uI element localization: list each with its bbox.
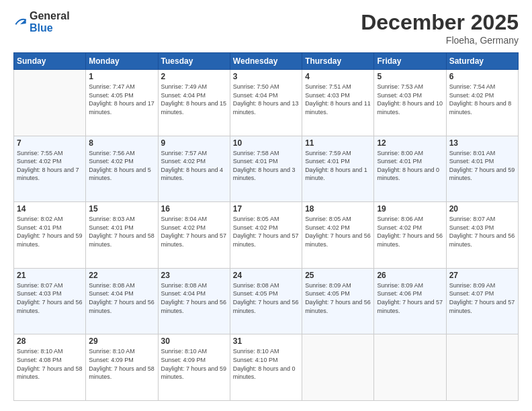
col-wednesday: Wednesday	[230, 53, 302, 70]
calendar-cell: 9Sunrise: 7:57 AMSunset: 4:02 PMDaylight…	[158, 136, 230, 202]
day-info: Sunrise: 8:00 AMSunset: 4:01 PMDaylight:…	[377, 149, 443, 183]
col-monday: Monday	[86, 53, 158, 70]
page: General Blue December 2025 Floeha, Germa…	[0, 0, 532, 411]
day-number: 7	[17, 138, 83, 148]
day-info: Sunrise: 7:58 AMSunset: 4:01 PMDaylight:…	[233, 149, 299, 183]
calendar-cell: 13Sunrise: 8:01 AMSunset: 4:01 PMDayligh…	[446, 136, 518, 202]
day-number: 3	[233, 72, 299, 81]
day-info: Sunrise: 8:07 AMSunset: 4:03 PMDaylight:…	[17, 281, 83, 315]
title-block: December 2025 Floeha, Germany	[361, 10, 519, 46]
day-info: Sunrise: 7:50 AMSunset: 4:04 PMDaylight:…	[233, 83, 299, 116]
calendar-cell: 5Sunrise: 7:53 AMSunset: 4:03 PMDaylight…	[374, 70, 446, 136]
calendar-cell: 10Sunrise: 7:58 AMSunset: 4:01 PMDayligh…	[230, 136, 302, 202]
calendar-cell: 8Sunrise: 7:56 AMSunset: 4:02 PMDaylight…	[86, 136, 158, 202]
calendar-row-5: 28Sunrise: 8:10 AMSunset: 4:08 PMDayligh…	[14, 334, 519, 401]
day-info: Sunrise: 8:04 AMSunset: 4:02 PMDaylight:…	[161, 215, 227, 248]
day-number: 23	[161, 271, 227, 280]
calendar-row-1: 1Sunrise: 7:47 AMSunset: 4:05 PMDaylight…	[14, 70, 519, 136]
calendar-table: Sunday Monday Tuesday Wednesday Thursday…	[13, 52, 519, 401]
day-number: 15	[89, 204, 154, 214]
location: Floeha, Germany	[361, 35, 519, 46]
calendar-row-2: 7Sunrise: 7:55 AMSunset: 4:02 PMDaylight…	[14, 136, 519, 202]
day-info: Sunrise: 8:08 AMSunset: 4:04 PMDaylight:…	[89, 281, 154, 315]
day-number: 6	[449, 72, 515, 81]
calendar-header-row: Sunday Monday Tuesday Wednesday Thursday…	[14, 53, 519, 70]
calendar-cell: 16Sunrise: 8:04 AMSunset: 4:02 PMDayligh…	[158, 202, 230, 269]
day-info: Sunrise: 7:54 AMSunset: 4:02 PMDaylight:…	[449, 83, 515, 116]
day-info: Sunrise: 7:59 AMSunset: 4:01 PMDaylight:…	[305, 149, 371, 183]
day-info: Sunrise: 7:55 AMSunset: 4:02 PMDaylight:…	[17, 149, 83, 183]
day-number: 2	[161, 72, 227, 81]
col-saturday: Saturday	[446, 53, 518, 70]
day-number: 21	[17, 271, 83, 280]
calendar-cell: 4Sunrise: 7:51 AMSunset: 4:03 PMDaylight…	[302, 70, 374, 136]
day-info: Sunrise: 8:10 AMSunset: 4:10 PMDaylight:…	[233, 347, 299, 381]
day-number: 22	[89, 271, 154, 280]
day-number: 4	[305, 72, 371, 81]
calendar-cell: 29Sunrise: 8:10 AMSunset: 4:09 PMDayligh…	[86, 334, 158, 401]
day-number: 20	[449, 204, 515, 214]
day-info: Sunrise: 7:47 AMSunset: 4:05 PMDaylight:…	[89, 83, 154, 116]
day-number: 25	[305, 271, 371, 280]
calendar-cell	[446, 334, 518, 401]
day-info: Sunrise: 8:02 AMSunset: 4:01 PMDaylight:…	[17, 215, 83, 248]
day-info: Sunrise: 7:53 AMSunset: 4:03 PMDaylight:…	[377, 83, 443, 116]
day-number: 10	[233, 138, 299, 148]
day-info: Sunrise: 8:10 AMSunset: 4:09 PMDaylight:…	[161, 347, 227, 381]
logo-icon	[13, 15, 27, 29]
calendar-cell	[14, 70, 86, 136]
day-info: Sunrise: 8:05 AMSunset: 4:02 PMDaylight:…	[305, 215, 371, 248]
calendar-cell: 11Sunrise: 7:59 AMSunset: 4:01 PMDayligh…	[302, 136, 374, 202]
day-number: 26	[377, 271, 443, 280]
day-number: 18	[305, 204, 371, 214]
calendar-cell: 17Sunrise: 8:05 AMSunset: 4:02 PMDayligh…	[230, 202, 302, 269]
day-info: Sunrise: 8:08 AMSunset: 4:04 PMDaylight:…	[161, 281, 227, 315]
day-number: 5	[377, 72, 443, 81]
header: General Blue December 2025 Floeha, Germa…	[13, 10, 519, 46]
day-info: Sunrise: 8:09 AMSunset: 4:06 PMDaylight:…	[377, 281, 443, 315]
day-number: 16	[161, 204, 227, 214]
calendar-cell: 26Sunrise: 8:09 AMSunset: 4:06 PMDayligh…	[374, 268, 446, 334]
calendar-cell: 15Sunrise: 8:03 AMSunset: 4:01 PMDayligh…	[86, 202, 158, 269]
calendar-cell: 19Sunrise: 8:06 AMSunset: 4:02 PMDayligh…	[374, 202, 446, 269]
calendar-cell	[302, 334, 374, 401]
calendar-row-3: 14Sunrise: 8:02 AMSunset: 4:01 PMDayligh…	[14, 202, 519, 269]
day-number: 8	[89, 138, 154, 148]
logo-blue: Blue	[30, 22, 70, 34]
day-info: Sunrise: 8:08 AMSunset: 4:05 PMDaylight:…	[233, 281, 299, 315]
calendar-cell: 30Sunrise: 8:10 AMSunset: 4:09 PMDayligh…	[158, 334, 230, 401]
calendar-cell: 12Sunrise: 8:00 AMSunset: 4:01 PMDayligh…	[374, 136, 446, 202]
calendar-cell: 22Sunrise: 8:08 AMSunset: 4:04 PMDayligh…	[86, 268, 158, 334]
logo: General Blue	[13, 10, 70, 34]
calendar-cell: 24Sunrise: 8:08 AMSunset: 4:05 PMDayligh…	[230, 268, 302, 334]
day-info: Sunrise: 8:07 AMSunset: 4:03 PMDaylight:…	[449, 215, 515, 248]
day-info: Sunrise: 8:09 AMSunset: 4:05 PMDaylight:…	[305, 281, 371, 315]
day-info: Sunrise: 7:49 AMSunset: 4:04 PMDaylight:…	[161, 83, 227, 116]
calendar-cell: 25Sunrise: 8:09 AMSunset: 4:05 PMDayligh…	[302, 268, 374, 334]
day-number: 9	[161, 138, 227, 148]
day-info: Sunrise: 8:01 AMSunset: 4:01 PMDaylight:…	[449, 149, 515, 183]
day-info: Sunrise: 8:09 AMSunset: 4:07 PMDaylight:…	[449, 281, 515, 315]
col-sunday: Sunday	[14, 53, 86, 70]
col-friday: Friday	[374, 53, 446, 70]
calendar-cell: 21Sunrise: 8:07 AMSunset: 4:03 PMDayligh…	[14, 268, 86, 334]
calendar-cell: 18Sunrise: 8:05 AMSunset: 4:02 PMDayligh…	[302, 202, 374, 269]
day-info: Sunrise: 8:10 AMSunset: 4:09 PMDaylight:…	[89, 347, 154, 381]
calendar-cell: 20Sunrise: 8:07 AMSunset: 4:03 PMDayligh…	[446, 202, 518, 269]
day-number: 14	[17, 204, 83, 214]
day-info: Sunrise: 8:05 AMSunset: 4:02 PMDaylight:…	[233, 215, 299, 248]
calendar-cell: 14Sunrise: 8:02 AMSunset: 4:01 PMDayligh…	[14, 202, 86, 269]
day-number: 11	[305, 138, 371, 148]
calendar-cell: 6Sunrise: 7:54 AMSunset: 4:02 PMDaylight…	[446, 70, 518, 136]
calendar-cell: 7Sunrise: 7:55 AMSunset: 4:02 PMDaylight…	[14, 136, 86, 202]
day-number: 17	[233, 204, 299, 214]
calendar-cell: 31Sunrise: 8:10 AMSunset: 4:10 PMDayligh…	[230, 334, 302, 401]
calendar-row-4: 21Sunrise: 8:07 AMSunset: 4:03 PMDayligh…	[14, 268, 519, 334]
day-info: Sunrise: 8:03 AMSunset: 4:01 PMDaylight:…	[89, 215, 154, 248]
col-tuesday: Tuesday	[158, 53, 230, 70]
day-number: 27	[449, 271, 515, 280]
day-number: 19	[377, 204, 443, 214]
day-number: 31	[233, 336, 299, 346]
day-number: 28	[17, 336, 83, 346]
calendar-cell	[374, 334, 446, 401]
